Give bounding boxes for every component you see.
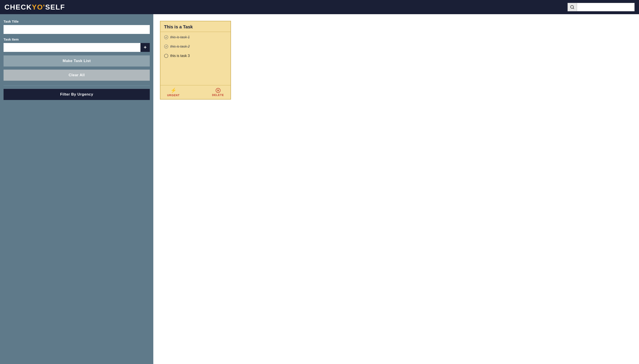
bolt-icon: ⚡ xyxy=(170,88,176,93)
task-item-label: Task Item xyxy=(4,38,150,41)
svg-point-2 xyxy=(164,36,168,39)
task-item-text-3: this is task 3 xyxy=(170,54,190,58)
logo-check: CHECK xyxy=(5,3,32,11)
task-item-row: + xyxy=(4,43,150,52)
sidebar-divider xyxy=(4,86,150,86)
task-item: this is task 1 xyxy=(164,35,227,40)
empty-circle-icon xyxy=(164,54,168,58)
task-item-text-2: this is task 2 xyxy=(170,44,190,48)
search-icon xyxy=(570,5,574,9)
logo-self: SELF xyxy=(45,3,65,11)
urgent-label: URGENT xyxy=(167,94,180,97)
svg-point-4 xyxy=(164,54,168,58)
task-title-input[interactable] xyxy=(4,25,150,34)
task-card-header: This is a Task xyxy=(160,21,230,32)
urgent-button[interactable]: ⚡ URGENT xyxy=(167,88,180,97)
checked-circle-icon xyxy=(164,35,168,40)
header: CHECK YO' SELF xyxy=(0,0,639,14)
logo: CHECK YO' SELF xyxy=(5,3,65,11)
svg-point-3 xyxy=(164,45,168,48)
sidebar: Task Title Task Item + Make Task List Cl… xyxy=(0,14,153,364)
task-item: this is task 3 xyxy=(164,54,227,58)
search-button[interactable] xyxy=(567,3,577,11)
svg-line-1 xyxy=(573,8,574,9)
make-task-list-button[interactable]: Make Task List xyxy=(4,56,150,66)
search-area xyxy=(567,3,634,11)
task-item: this is task 2 xyxy=(164,44,227,49)
main-content: This is a Task this is task 1 xyxy=(153,14,639,364)
checked-circle-icon xyxy=(164,44,168,49)
task-title-label: Task Title xyxy=(4,20,150,23)
task-card-title: This is a Task xyxy=(164,24,193,29)
task-item-input[interactable] xyxy=(4,43,140,52)
filter-urgency-button[interactable]: Filter By Urgency xyxy=(4,89,150,100)
search-input[interactable] xyxy=(577,3,634,11)
delete-label: DELETE xyxy=(212,94,224,97)
add-item-button[interactable]: + xyxy=(140,43,150,52)
clear-all-button[interactable]: Clear All xyxy=(4,70,150,81)
delete-button[interactable]: DELETE xyxy=(212,88,224,97)
layout: Task Title Task Item + Make Task List Cl… xyxy=(0,14,639,364)
task-card: This is a Task this is task 1 xyxy=(160,21,231,100)
logo-yo: YO' xyxy=(32,3,45,11)
task-item-text-1: this is task 1 xyxy=(170,35,190,39)
task-card-items: this is task 1 this is task 2 this is ta… xyxy=(160,32,230,85)
circle-x-icon xyxy=(215,88,221,93)
task-card-footer: ⚡ URGENT DELETE xyxy=(160,85,230,99)
